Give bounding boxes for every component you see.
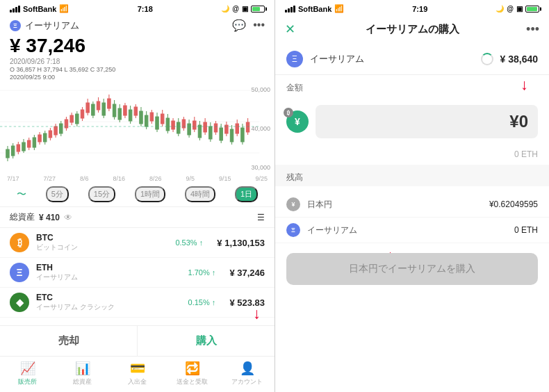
chart-y-labels: 50,000 40,000 30,000 [251, 83, 270, 174]
etc-row: ◆ ETC イーサリアム クラシック 0.15% ↑ ¥ 523.83 [0, 288, 274, 318]
nav-account[interactable]: 👤 アカウント [220, 361, 274, 386]
buy-label: 購入 [196, 334, 217, 346]
eth-small-icon: Ξ [10, 20, 21, 31]
status-right-1: 🌙 @ ▣ [221, 5, 265, 13]
price-chart: 50,000 40,000 30,000 [0, 83, 274, 174]
action-buttons: 売却 購入 ↑ [0, 325, 274, 356]
eth2-icon: Ξ [286, 223, 300, 237]
chart-x-labels: 7/17 7/27 8/6 8/16 8/26 9/5 9/15 9/25 [0, 175, 274, 182]
btc-price: ¥ 1,130,153 [217, 238, 265, 248]
time-4h[interactable]: 4時間 [185, 186, 215, 202]
amount-area: ₿ ¥ ¥0 ↓ 0 ETH [275, 97, 549, 165]
bitcoin-circle-overlay: ₿ [284, 108, 293, 117]
nav-send[interactable]: 🔁 送金と受取 [165, 361, 220, 386]
purchase-coin-price: ¥ 38,640 [500, 54, 539, 65]
chart-y-high: 50,000 [251, 86, 270, 93]
price-date: 2020/09/26 7:18 [10, 58, 265, 65]
time-1d[interactable]: 1日 [235, 186, 258, 202]
header-icons: 💬 ••• [232, 19, 265, 32]
eth-name: イーサリアム [36, 272, 174, 282]
moon-icon: 🌙 [221, 5, 229, 13]
screen-icon-2: ▣ [516, 5, 523, 13]
amount-input[interactable]: ¥0 [316, 105, 538, 138]
time-5min[interactable]: 5分 [46, 186, 69, 202]
eth-row: Ξ ETH イーサリアム 1.70% ↑ ¥ 37,246 [0, 258, 274, 288]
screen1: SoftBank 📶 7:18 🌙 @ ▣ Ξ イーサリアム 💬 ••• ¥ 3… [0, 0, 274, 392]
chat-icon[interactable]: 💬 [232, 19, 246, 32]
jpy-balance-row: ¥ 日本円 ¥0.62049595 [275, 192, 549, 218]
signal-bars-2 [285, 6, 295, 13]
time-1: 7:18 [138, 5, 153, 13]
moon-icon-2: 🌙 [495, 5, 504, 13]
account-icon: 👤 [240, 361, 255, 376]
carrier-1: SoftBank [23, 5, 56, 13]
etc-info: ETC イーサリアム クラシック [36, 293, 174, 312]
assets-label: 総資産 [10, 211, 35, 223]
jpy-balance-amount: ¥0.62049595 [489, 199, 538, 209]
x-label-6: 9/5 [186, 175, 195, 182]
status-right-2: 🌙 @ ▣ [495, 5, 539, 13]
battery-1 [251, 6, 265, 13]
sell-button[interactable]: 売却 [0, 326, 138, 356]
eth-symbol: ETH [36, 263, 174, 272]
chart-y-low: 30,000 [251, 164, 270, 171]
time-15min[interactable]: 15分 [88, 186, 115, 202]
send-icon: 🔁 [185, 361, 200, 376]
assets-amount: ¥ 410 [39, 213, 60, 222]
carrier-2: SoftBank [298, 5, 331, 13]
more-icon-1[interactable]: ••• [253, 19, 265, 32]
etc-icon: ◆ [10, 293, 29, 312]
status-bar-2: SoftBank 📶 7:19 🌙 @ ▣ [275, 0, 549, 16]
nav-assets[interactable]: 📊 総資産 [55, 361, 110, 386]
more-button-2[interactable]: ••• [526, 22, 539, 37]
close-button[interactable]: ✕ [285, 22, 295, 37]
nav-transfer[interactable]: 💳 入出金 [110, 361, 165, 386]
exchange-label: 販売所 [18, 377, 37, 386]
signal-bars [10, 6, 20, 13]
nav-exchange[interactable]: 📈 販売所 [0, 361, 55, 386]
x-label-3: 8/6 [80, 175, 89, 182]
price-ohlc: O 36,857 H 37,794 L 35,692 C 37,250 [10, 66, 265, 73]
coin-header: Ξ イーサリアム 💬 ••• [0, 16, 274, 33]
battery-2 [525, 6, 539, 13]
btc-symbol: BTC [36, 233, 161, 243]
eth-info: ETH イーサリアム [36, 263, 174, 282]
yen-circle: ₿ ¥ [286, 111, 309, 133]
buy-button-container: 日本円でイーサリアムを購入 [275, 243, 549, 295]
btc-name: ビットコイン [36, 243, 161, 252]
wifi-icon-2: 📶 [334, 4, 344, 13]
x-label-7: 9/15 [219, 175, 231, 182]
amount-input-section: ₿ ¥ ¥0 ↓ [275, 97, 549, 147]
buy-button[interactable]: 購入 ↑ [138, 326, 274, 356]
eth-med-icon: Ξ [286, 51, 303, 67]
purchase-header: ✕ イーサリアムの購入 ••• [275, 16, 549, 44]
balance-label: 残高 [275, 165, 549, 186]
eye-icon[interactable]: 👁 [64, 213, 72, 222]
wifi-icon-1: 📶 [59, 4, 69, 13]
assets-label: 総資産 [73, 377, 92, 386]
exchange-icon: 📈 [20, 361, 35, 376]
transfer-label: 入出金 [128, 377, 147, 386]
eth-balance-row: Ξ イーサリアム 0 ETH ↓ [275, 218, 549, 243]
coin-title: イーサリアム [25, 19, 228, 32]
status-left-2: SoftBank 📶 [285, 4, 344, 13]
btc-change: 0.53% ↑ [168, 238, 210, 247]
send-label: 送金と受取 [177, 377, 208, 386]
list-icon[interactable]: ☰ [257, 213, 265, 222]
bottom-nav: 📈 販売所 📊 総資産 💳 入出金 🔁 送金と受取 👤 アカウント [0, 356, 274, 392]
loading-spinner [481, 53, 493, 65]
eth-amount-row: 0 ETH [275, 147, 549, 165]
price-section: ¥ 37,246 2020/09/26 7:18 O 36,857 H 37,7… [0, 33, 274, 83]
x-label-4: 8/16 [113, 175, 125, 182]
status-left-1: SoftBank 📶 [10, 4, 69, 13]
time-buttons: 〜 5分 15分 1時間 4時間 1日 [0, 182, 274, 207]
price-prev-date: 2020/09/25 9:00 [10, 74, 265, 81]
purchase-coin-name: イーサリアム [310, 53, 474, 65]
assets-header: 総資産 ¥ 410 👁 ☰ [0, 207, 274, 228]
etc-name: イーサリアム クラシック [36, 302, 174, 312]
screen1-content: Ξ イーサリアム 💬 ••• ¥ 37,246 2020/09/26 7:18 … [0, 16, 274, 392]
purchase-title: イーサリアムの購入 [366, 23, 459, 36]
time-1h[interactable]: 1時間 [135, 186, 165, 202]
jpy-buy-button[interactable]: 日本円でイーサリアムを購入 [286, 253, 538, 285]
chart-y-mid: 40,000 [251, 125, 270, 132]
